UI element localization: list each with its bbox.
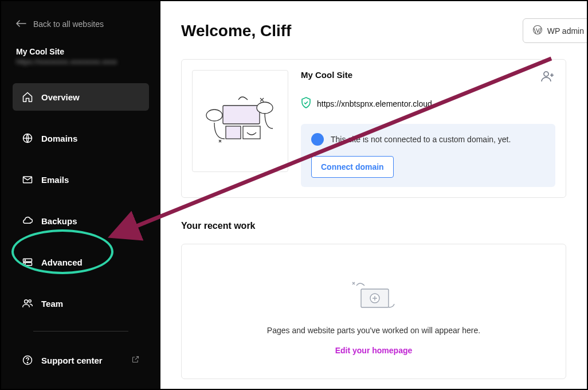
recent-empty-text: Pages and website parts you've worked on… <box>193 326 554 335</box>
sidebar-item-overview[interactable]: Overview <box>13 83 149 111</box>
shield-check-icon <box>301 97 311 110</box>
sidebar-item-label: Overview <box>41 92 80 102</box>
empty-state-illustration <box>345 279 402 313</box>
users-icon <box>22 298 33 309</box>
cloud-icon <box>22 215 33 227</box>
sidebar-item-backups[interactable]: Backups <box>13 207 149 235</box>
sidebar-item-label: Emails <box>41 175 69 185</box>
site-url-row: https://xnbtspnx.elementor.cloud <box>301 97 555 110</box>
notice-message: This site is not connected to a custom d… <box>331 135 511 144</box>
sidebar-item-label: Team <box>41 299 63 309</box>
page-header: Welcome, Cliff WP admin <box>181 18 587 43</box>
sidebar-item-label: Backups <box>41 216 77 226</box>
svg-point-15 <box>257 102 273 114</box>
svg-point-4 <box>25 260 25 260</box>
recent-work-title: Your recent work <box>181 221 566 231</box>
svg-point-16 <box>544 72 548 76</box>
site-card: My Cool Site https://xnbtspnx.elementor.… <box>181 59 566 198</box>
sidebar-item-label: Support center <box>41 356 103 365</box>
server-icon <box>22 256 33 268</box>
svg-point-5 <box>25 264 25 264</box>
sidebar-item-advanced[interactable]: Advanced <box>13 248 149 276</box>
help-icon <box>22 354 33 366</box>
wp-admin-button[interactable]: WP admin <box>523 18 587 43</box>
external-link-icon <box>131 355 140 365</box>
recent-work-section: Your recent work Pages and website parts… <box>181 221 566 379</box>
sidebar-site-name: My Cool Site <box>16 47 146 56</box>
notice-text-row: This site is not connected to a custom d… <box>311 133 545 146</box>
home-icon <box>22 91 33 103</box>
site-thumbnail <box>192 70 288 172</box>
sidebar: Back to all websites My Cool Site https:… <box>1 1 160 389</box>
site-info: My Cool Site https://xxxxxxxx.xxxxxxxx.x… <box>1 40 160 76</box>
edit-homepage-link[interactable]: Edit your homepage <box>335 346 413 355</box>
site-card-title: My Cool Site <box>301 70 555 80</box>
sidebar-item-team[interactable]: Team <box>13 290 149 317</box>
welcome-heading: Welcome, Cliff <box>181 22 291 40</box>
sidebar-item-emails[interactable]: Emails <box>13 166 149 193</box>
site-card-body: My Cool Site https://xnbtspnx.elementor.… <box>301 70 555 187</box>
svg-point-6 <box>25 300 28 303</box>
sidebar-item-label: Domains <box>41 134 77 143</box>
invite-user-button[interactable] <box>540 70 555 85</box>
site-illustration-icon <box>197 84 283 158</box>
wordpress-icon <box>532 25 543 37</box>
info-icon <box>311 133 324 146</box>
wp-admin-label: WP admin <box>547 26 584 36</box>
svg-rect-13 <box>243 126 260 139</box>
sidebar-site-url: https://xxxxxxxx.xxxxxxxx.xxxx <box>16 57 146 66</box>
globe-icon <box>22 132 33 144</box>
connect-domain-button[interactable]: Connect domain <box>311 156 394 178</box>
divider <box>33 331 128 332</box>
sidebar-item-domains[interactable]: Domains <box>13 124 149 152</box>
svg-point-9 <box>27 362 28 363</box>
sidebar-item-label: Advanced <box>41 258 83 267</box>
svg-rect-12 <box>226 126 241 139</box>
mail-icon <box>22 174 33 185</box>
back-label: Back to all websites <box>33 20 104 29</box>
svg-point-14 <box>206 110 222 121</box>
sidebar-item-support[interactable]: Support center <box>13 346 149 374</box>
arrow-left-icon <box>16 20 26 29</box>
main-content: Welcome, Cliff WP admin <box>160 1 587 389</box>
recent-work-card: Pages and website parts you've worked on… <box>181 244 566 379</box>
svg-point-7 <box>29 300 31 302</box>
back-to-websites-link[interactable]: Back to all websites <box>1 13 160 40</box>
site-url-text[interactable]: https://xnbtspnx.elementor.cloud <box>317 99 432 108</box>
domain-notice: This site is not connected to a custom d… <box>301 124 555 187</box>
svg-rect-11 <box>223 106 260 124</box>
sidebar-nav: Overview Domains Emails Backups <box>1 76 160 388</box>
